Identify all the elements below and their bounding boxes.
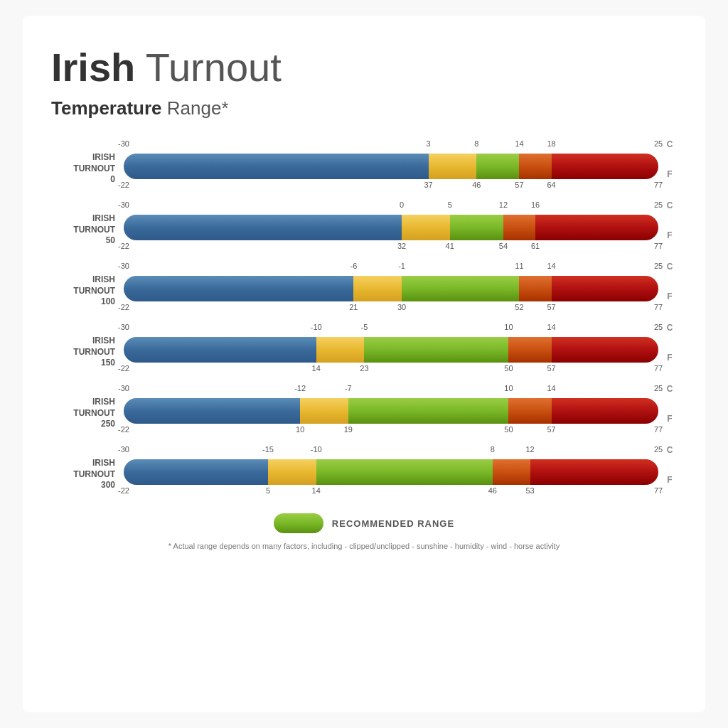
tick-f-4-0: -22	[118, 425, 129, 434]
tick-f-4-1: 10	[296, 425, 304, 434]
legend-text: RECOMMENDED RANGE	[332, 518, 454, 529]
tick-c-3-2: -5	[361, 323, 368, 331]
tick-c-1-0: -30	[118, 200, 129, 209]
tick-f-4-3: 50	[504, 425, 513, 434]
seg-yellow-5-1	[268, 459, 316, 485]
bar-col-2: -30-6-1111425-222130525777	[124, 262, 658, 316]
seg-blue-1-0	[124, 215, 402, 240]
seg-orange-1-3	[503, 215, 535, 240]
tick-c-2-5: 25	[654, 262, 663, 270]
tick-f-5-4: 53	[525, 486, 534, 495]
tick-c-5-0: -30	[118, 445, 129, 454]
seg-orange-4-3	[508, 398, 551, 424]
seg-orange-5-3	[493, 459, 530, 485]
card: Irish Turnout Temperature Range* IRISH T…	[23, 16, 705, 712]
tick-f-2-0: -22	[118, 303, 129, 311]
seg-red-5-4	[530, 459, 658, 485]
tick-c-0-1: 3	[427, 139, 431, 148]
bar-col-0: -3038141825-223746576477	[124, 139, 658, 193]
seg-yellow-1-1	[402, 215, 450, 240]
bar-outer-1	[124, 215, 658, 240]
tick-c-3-5: 25	[654, 323, 663, 331]
tick-c-0-4: 18	[547, 139, 555, 148]
tick-f-1-1: 32	[397, 242, 406, 250]
unit-f-5: F	[663, 475, 677, 485]
seg-red-1-4	[535, 215, 658, 240]
legend-bar	[274, 513, 323, 533]
tick-c-5-5: 25	[654, 445, 663, 454]
bar-outer-3	[124, 337, 658, 363]
row-label-2: IRISH TURNOUT 100	[51, 262, 115, 308]
seg-blue-2-0	[124, 276, 353, 301]
tick-f-3-0: -22	[118, 364, 129, 373]
chart-row-4: IRISH TURNOUT 250-30-12-7101425-22101950…	[51, 384, 677, 438]
chart-row-1: IRISH TURNOUT 50-3005121625-223241546177…	[51, 200, 677, 255]
tick-f-2-2: 30	[397, 303, 406, 311]
tick-f-0-3: 57	[515, 181, 523, 189]
unit-col-3: CF	[663, 323, 677, 363]
bar-col-5: -30-15-1081225-22514465377	[124, 445, 658, 499]
unit-c-4: C	[663, 384, 677, 394]
tick-c-0-0: -30	[118, 139, 129, 148]
chart-row-0: IRISH TURNOUT 0-3038141825-223746576477C…	[51, 139, 677, 193]
unit-c-1: C	[663, 200, 677, 210]
tick-c-0-2: 8	[474, 139, 478, 148]
tick-c-2-2: -1	[398, 262, 405, 270]
seg-red-4-4	[552, 398, 658, 424]
tick-c-4-2: -7	[345, 384, 352, 392]
tick-c-4-0: -30	[118, 384, 129, 392]
tick-c-3-4: 14	[547, 323, 555, 331]
seg-green-0-2	[476, 154, 519, 179]
tick-f-2-4: 57	[547, 303, 555, 311]
seg-blue-0-0	[124, 154, 429, 179]
row-label-5: IRISH TURNOUT 300	[51, 445, 115, 491]
row-label-0: IRISH TURNOUT 0	[51, 139, 115, 186]
tick-c-4-3: 10	[504, 384, 513, 392]
tick-f-0-4: 64	[547, 181, 555, 189]
seg-green-1-2	[450, 215, 503, 240]
tick-f-4-2: 19	[344, 425, 353, 434]
tick-f-1-0: -22	[118, 242, 129, 250]
unit-f-3: F	[663, 353, 677, 363]
unit-col-1: CF	[663, 200, 677, 240]
row-label-3: IRISH TURNOUT 150	[51, 323, 115, 369]
tick-f-4-4: 57	[547, 425, 555, 434]
chart-row-2: IRISH TURNOUT 100-30-6-1111425-222130525…	[51, 262, 677, 316]
tick-f-1-2: 41	[446, 242, 454, 250]
tick-c-1-1: 0	[400, 200, 404, 209]
tick-f-2-1: 21	[349, 303, 358, 311]
seg-yellow-0-1	[429, 154, 477, 179]
seg-orange-0-3	[519, 154, 551, 179]
tick-f-1-3: 54	[499, 242, 508, 250]
tick-f-1-5: 77	[654, 242, 663, 250]
tick-f-3-2: 23	[360, 364, 368, 373]
tick-f-3-3: 50	[504, 364, 513, 373]
seg-red-3-4	[552, 337, 658, 363]
tick-f-4-5: 77	[654, 425, 663, 434]
bar-outer-5	[124, 459, 658, 485]
tick-f-2-5: 77	[654, 303, 663, 311]
tick-c-1-5: 25	[654, 200, 663, 209]
bar-col-4: -30-12-7101425-221019505777	[124, 384, 658, 438]
tick-c-3-3: 10	[504, 323, 513, 331]
seg-red-2-4	[552, 276, 658, 301]
footnote: * Actual range depends on many factors, …	[51, 542, 677, 550]
seg-orange-3-3	[508, 337, 551, 363]
tick-c-5-4: 12	[525, 445, 534, 454]
tick-f-3-5: 77	[654, 364, 663, 373]
unit-col-0: CF	[663, 139, 677, 179]
tick-f-3-4: 57	[547, 364, 555, 373]
bar-outer-0	[124, 154, 658, 179]
tick-c-2-4: 14	[547, 262, 555, 270]
tick-c-4-5: 25	[654, 384, 663, 392]
tick-c-0-3: 14	[515, 139, 523, 148]
tick-f-0-1: 37	[424, 181, 433, 189]
tick-f-0-2: 46	[472, 181, 481, 189]
seg-green-2-2	[402, 276, 519, 301]
tick-c-2-3: 11	[515, 262, 523, 270]
tick-f-5-1: 5	[266, 486, 270, 495]
tick-c-5-2: -10	[311, 445, 322, 454]
chart-row-5: IRISH TURNOUT 300-30-15-1081225-22514465…	[51, 445, 677, 499]
unit-col-5: CF	[663, 445, 677, 485]
tick-c-2-1: -6	[350, 262, 357, 270]
